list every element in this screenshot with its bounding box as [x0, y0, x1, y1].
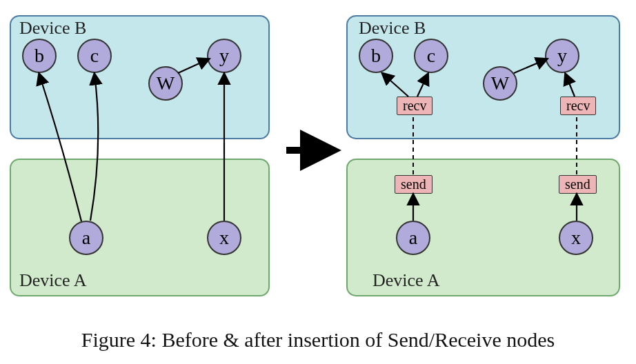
right-send-1: send — [395, 175, 433, 194]
right-device-b-label: Device B — [359, 18, 426, 39]
node-label: x — [571, 227, 581, 249]
node-label: x — [219, 227, 229, 249]
node-label: c — [90, 45, 99, 67]
op-label: recv — [566, 98, 590, 113]
diagram-container: Device B Device A b c W y a x Device B D… — [0, 0, 636, 310]
left-node-a: a — [69, 221, 103, 255]
left-node-y: y — [207, 39, 241, 73]
figure-caption: Figure 4: Before & after insertion of Se… — [0, 328, 636, 352]
right-node-x: x — [559, 221, 593, 255]
node-label: y — [557, 45, 567, 67]
node-label: W — [491, 72, 509, 94]
left-node-W: W — [148, 66, 183, 101]
left-device-b-label: Device B — [19, 18, 86, 39]
node-label: a — [82, 227, 90, 249]
right-recv-2: recv — [560, 97, 596, 115]
node-label: W — [157, 72, 175, 94]
left-node-b: b — [22, 39, 57, 73]
node-label: y — [219, 45, 229, 67]
left-node-x: x — [207, 221, 241, 255]
right-node-W: W — [483, 66, 517, 101]
node-label: b — [371, 45, 381, 67]
op-label: send — [401, 176, 426, 192]
right-node-y: y — [545, 39, 579, 73]
left-device-a-label: Device A — [19, 270, 86, 291]
node-label: c — [427, 45, 435, 67]
right-node-c: c — [414, 39, 448, 73]
node-label: b — [34, 45, 44, 67]
node-label: a — [409, 227, 417, 249]
right-node-b: b — [359, 39, 393, 73]
right-send-2: send — [559, 175, 597, 194]
op-label: send — [565, 176, 590, 192]
left-node-c: c — [77, 39, 112, 73]
right-device-a-label: Device A — [372, 270, 439, 291]
right-recv-1: recv — [397, 97, 433, 115]
right-node-a: a — [396, 221, 430, 255]
op-label: recv — [403, 98, 426, 113]
